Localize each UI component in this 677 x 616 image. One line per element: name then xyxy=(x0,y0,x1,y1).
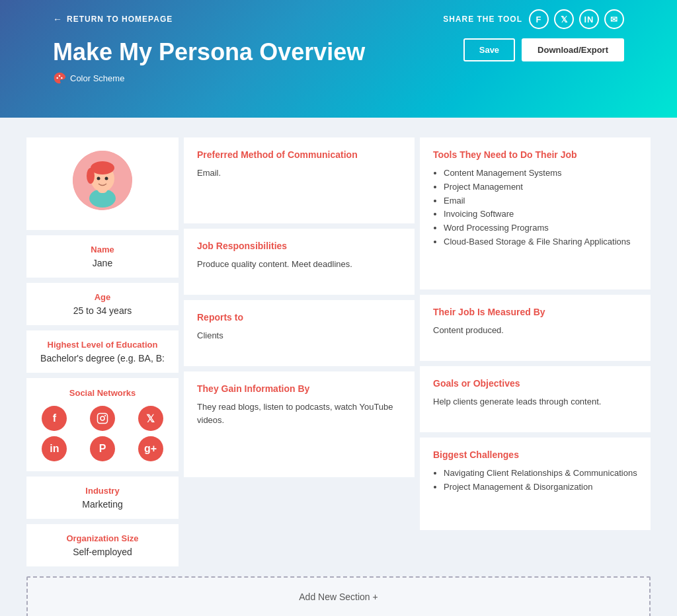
list-item: Project Management & Disorganization xyxy=(444,481,637,494)
add-section-button[interactable]: Add New Section + xyxy=(26,576,651,616)
svg-rect-11 xyxy=(97,414,107,424)
back-link[interactable]: ← RETURN TO HOMEPAGE xyxy=(53,14,173,24)
avatar-card xyxy=(26,137,179,230)
age-card: Age 25 to 34 years xyxy=(26,283,179,325)
svg-point-0 xyxy=(56,77,58,79)
reports-value: Clients xyxy=(197,329,401,342)
facebook-icon[interactable]: f xyxy=(42,406,67,431)
download-button[interactable]: Download/Export xyxy=(522,38,624,61)
list-item: Navigating Client Relationships & Commun… xyxy=(444,467,637,481)
job-resp-title: Job Responsibilities xyxy=(197,241,401,251)
avatar xyxy=(73,151,132,210)
org-size-label: Organization Size xyxy=(37,533,168,543)
svg-point-9 xyxy=(97,177,100,180)
svg-point-1 xyxy=(59,75,61,77)
industry-label: Industry xyxy=(37,486,168,496)
save-button[interactable]: Save xyxy=(463,38,515,61)
challenges-card: Biggest Challenges Navigating Client Rel… xyxy=(420,438,651,530)
color-scheme-label: Color Scheme xyxy=(70,73,124,83)
twitter-icon[interactable]: 𝕏 xyxy=(138,406,163,431)
svg-point-2 xyxy=(61,77,63,79)
back-link-label: RETURN TO HOMEPAGE xyxy=(67,15,173,24)
gains-info-card: They Gain Information By They read blogs… xyxy=(184,371,415,477)
name-value: Jane xyxy=(37,258,168,268)
svg-point-10 xyxy=(105,177,108,180)
twitter-share-icon[interactable]: 𝕏 xyxy=(554,9,574,29)
comm-title: Preferred Method of Communication xyxy=(197,149,401,160)
page-title: Make My Persona Overview xyxy=(53,38,365,66)
persona-avatar-svg xyxy=(73,151,132,210)
comm-value: Email. xyxy=(197,167,401,180)
left-column: Name Jane Age 25 to 34 years Highest Lev… xyxy=(26,137,179,566)
tools-title: Tools They Need to Do Their Job xyxy=(433,149,637,160)
gains-value: They read blogs, listen to podcasts, wat… xyxy=(197,401,401,426)
color-scheme-button[interactable]: Color Scheme xyxy=(53,71,365,85)
list-item: Email xyxy=(444,194,637,208)
name-card: Name Jane xyxy=(26,235,179,278)
share-area: SHARE THE TOOL f 𝕏 in ✉ xyxy=(443,9,624,29)
name-label: Name xyxy=(37,245,168,254)
education-value: Bachelor's degree (e.g. BA, B: xyxy=(37,353,168,364)
linkedin-share-icon[interactable]: in xyxy=(579,9,599,29)
measured-value: Content produced. xyxy=(433,324,637,337)
persona-grid: Name Jane Age 25 to 34 years Highest Lev… xyxy=(26,137,651,566)
email-share-icon[interactable]: ✉ xyxy=(604,9,624,29)
social-icons-grid: f 𝕏 in P g+ xyxy=(33,406,172,461)
challenges-title: Biggest Challenges xyxy=(433,449,637,460)
industry-value: Marketing xyxy=(37,499,168,510)
svg-point-8 xyxy=(87,168,95,184)
right-column: Tools They Need to Do Their Job Content … xyxy=(420,137,651,566)
tools-list: Content Management Systems Project Manag… xyxy=(433,167,637,249)
google-plus-icon[interactable]: g+ xyxy=(138,436,163,461)
job-resp-card: Job Responsibilities Produce quality con… xyxy=(184,229,415,295)
education-card: Highest Level of Education Bachelor's de… xyxy=(26,330,179,373)
measured-title: Their Job Is Measured By xyxy=(433,307,637,317)
goals-title: Goals or Objectives xyxy=(433,378,637,389)
header-action-buttons: Save Download/Export xyxy=(463,38,624,68)
industry-card: Industry Marketing xyxy=(26,477,179,519)
social-networks-card: Social Networks f 𝕏 in P g+ xyxy=(26,378,179,471)
job-resp-value: Produce quality content. Meet deadlines. xyxy=(197,258,401,271)
org-size-card: Organization Size Self-employed xyxy=(26,524,179,566)
share-label: SHARE THE TOOL xyxy=(443,15,522,24)
svg-point-12 xyxy=(100,416,104,420)
measured-card: Their Job Is Measured By Content produce… xyxy=(420,295,651,361)
age-value: 25 to 34 years xyxy=(37,305,168,316)
reports-to-card: Reports to Clients xyxy=(184,300,415,366)
facebook-share-icon[interactable]: f xyxy=(529,9,549,29)
age-label: Age xyxy=(37,292,168,302)
org-size-value: Self-employed xyxy=(37,547,168,557)
main-content: Name Jane Age 25 to 34 years Highest Lev… xyxy=(0,118,677,616)
color-scheme-icon xyxy=(53,71,66,85)
goals-card: Goals or Objectives Help clients generat… xyxy=(420,366,651,432)
list-item: Word Processing Programs xyxy=(444,221,637,235)
challenges-list: Navigating Client Relationships & Commun… xyxy=(433,467,637,494)
pinterest-icon[interactable]: P xyxy=(90,436,115,461)
tools-card: Tools They Need to Do Their Job Content … xyxy=(420,137,651,289)
header-title-section: Make My Persona Overview Color Scheme xyxy=(53,38,365,85)
linkedin-icon[interactable]: in xyxy=(42,436,67,461)
add-section-label: Add New Section + xyxy=(299,592,378,602)
list-item: Project Management xyxy=(444,180,637,194)
gains-title: They Gain Information By xyxy=(197,383,401,394)
list-item: Cloud-Based Storage & File Sharing Appli… xyxy=(444,235,637,249)
social-networks-title: Social Networks xyxy=(33,388,172,398)
back-arrow-icon: ← xyxy=(53,14,63,24)
reports-title: Reports to xyxy=(197,312,401,323)
goals-value: Help clients generate leads through cont… xyxy=(433,395,637,408)
list-item: Invoicing Software xyxy=(444,208,637,221)
instagram-icon[interactable] xyxy=(90,406,115,431)
middle-column: Preferred Method of Communication Email.… xyxy=(184,137,415,566)
list-item: Content Management Systems xyxy=(444,167,637,180)
share-icons-container: f 𝕏 in ✉ xyxy=(529,9,624,29)
education-label: Highest Level of Education xyxy=(37,340,168,350)
comm-card: Preferred Method of Communication Email. xyxy=(184,137,415,223)
svg-point-13 xyxy=(104,415,106,416)
